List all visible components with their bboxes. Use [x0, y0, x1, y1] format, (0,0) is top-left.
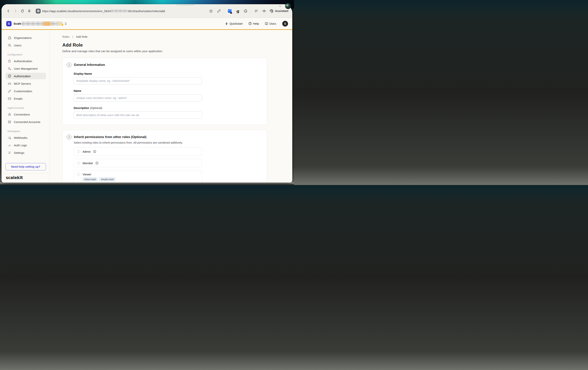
step-row-1: 1 General Information — [67, 63, 267, 67]
copy-link-icon[interactable] — [216, 8, 221, 14]
toolbar-separator — [224, 9, 224, 13]
bookmark-star-icon[interactable] — [208, 8, 214, 14]
site-globe-icon[interactable] — [36, 9, 41, 13]
organizations-icon — [8, 36, 11, 40]
display-name-label: Display Name — [74, 72, 202, 75]
app-body: Organizations Users Configuration Authen… — [1, 30, 292, 183]
reload-button[interactable] — [20, 8, 25, 14]
sidebar-item-mcp-servers[interactable]: MCP Servers — [5, 80, 46, 87]
sidebar-item-users[interactable]: Users — [5, 42, 46, 49]
role-option-admin[interactable]: Admin — [74, 147, 202, 156]
member-info-icon[interactable] — [95, 162, 98, 165]
scalekit-logo: S — [6, 21, 11, 26]
display-name-input[interactable] — [74, 77, 202, 84]
webhook-icon — [8, 136, 11, 140]
lightning-icon — [225, 22, 228, 25]
quickstart-label: Quickstart — [230, 22, 243, 25]
extensions-puzzle-icon[interactable] — [243, 8, 248, 14]
nav-buttons — [6, 8, 41, 14]
breadcrumb-current: Add Role — [76, 35, 88, 38]
toolbar-separator — [251, 9, 251, 13]
sidebar-item-authentication[interactable]: Authentication — [5, 58, 46, 64]
chevron-up-down-icon — [64, 22, 67, 25]
sidebar-item-user-management[interactable]: User Management — [5, 65, 46, 72]
sidebar-item-emails[interactable]: Emails — [5, 95, 46, 102]
viewer-label: Viewer — [83, 173, 91, 176]
description-optional-suffix: (Optional) — [90, 107, 102, 109]
window-chevron-down-icon[interactable] — [278, 4, 282, 8]
reading-list-icon[interactable] — [254, 8, 259, 14]
description-field-group: Description (Optional) — [74, 107, 202, 119]
robot-icon — [8, 82, 11, 86]
assistant-label: Assistant — [275, 9, 288, 13]
voice-waveform-icon[interactable] — [262, 8, 267, 14]
password-extension-icon[interactable] — [227, 8, 233, 14]
titlebar-controls — [278, 3, 291, 9]
shield-check-icon — [8, 74, 11, 78]
admin-label: Admin — [83, 150, 91, 153]
url-bar[interactable]: https://app.scalekit.cloud/ws/environmen… — [42, 9, 165, 13]
forward-button[interactable] — [13, 8, 18, 14]
sidebar-item-label: Webhooks — [14, 136, 28, 139]
help-label: Help — [253, 22, 259, 25]
name-field-group: Name — [74, 89, 202, 101]
admin-radio[interactable] — [77, 150, 80, 153]
display-name-field-group: Display Name — [74, 72, 202, 84]
bar-chart-icon — [8, 143, 11, 147]
browser-window: https://app.scalekit.cloud/ws/environmen… — [1, 4, 292, 183]
stacked-servers-icon — [8, 120, 11, 124]
description-label: Description (Optional) — [74, 107, 202, 109]
sidebar-item-connected-accounts[interactable]: Connected Accounts — [5, 119, 46, 125]
sidebar-item-label: Connected Accounts — [14, 120, 40, 124]
step-number-1: 1 — [67, 63, 71, 67]
app-header: S Scale Quickstart Help Docs S — [1, 18, 292, 30]
page-title: Add Role — [62, 42, 292, 48]
envelope-icon — [8, 97, 11, 100]
sidebar-item-label: Users — [14, 44, 21, 47]
general-information-card: 1 General Information Display Name Name — [62, 58, 267, 125]
role-option-viewer[interactable]: Viewer inbox:read emails:read — [74, 170, 202, 183]
url-prefix: https://app.scalekit.cloud/ws/environmen… — [42, 10, 111, 13]
user-gear-icon — [8, 67, 11, 70]
header-actions: Quickstart Help Docs S — [225, 21, 288, 27]
breadcrumb: Roles Add Role — [62, 35, 292, 38]
inherit-permissions-card: 2 Inherit permissions from other roles (… — [62, 130, 267, 183]
microphone-icon[interactable] — [27, 8, 32, 14]
sidebar-item-label: User Management — [14, 67, 38, 70]
sidebar-item-settings[interactable]: Settings — [5, 149, 46, 156]
quickstart-button[interactable]: Quickstart — [225, 22, 243, 25]
workspace-name-redacted — [22, 22, 63, 26]
tab-drag-handle[interactable] — [176, 5, 194, 5]
toolbar-right-cluster: g Assistant — [208, 8, 288, 14]
breadcrumb-chevron-icon — [71, 35, 74, 38]
back-button[interactable] — [6, 8, 11, 14]
sidebar-section-configuration: Configuration — [8, 53, 46, 56]
workspace-switcher[interactable]: Scale — [13, 22, 67, 26]
viewer-radio[interactable] — [77, 173, 80, 176]
sidebar-item-label: Settings — [14, 151, 24, 154]
need-help-button[interactable]: Need help setting up? — [5, 163, 46, 170]
sidebar-item-authorization[interactable]: Authorization — [5, 73, 46, 79]
help-button[interactable]: Help — [248, 22, 259, 25]
role-option-member[interactable]: Member — [74, 159, 202, 167]
assistant-button[interactable]: Assistant — [269, 9, 288, 13]
sidebar-item-customization[interactable]: Customization — [5, 88, 46, 94]
browser-profile-avatar[interactable] — [285, 3, 291, 9]
docs-button[interactable]: Docs — [265, 22, 276, 25]
sidebar-item-organizations[interactable]: Organizations — [5, 34, 46, 41]
url-suffix: 0610/authorization/roles/add — [128, 10, 165, 13]
sidebar-item-auth-logs[interactable]: Auth Logs — [5, 142, 46, 148]
grammarly-extension-icon[interactable]: g — [235, 8, 241, 14]
breadcrumb-roles-link[interactable]: Roles — [62, 35, 69, 38]
sidebar-item-label: Customization — [14, 89, 32, 93]
permission-tag: inbox:read — [83, 177, 97, 182]
member-radio[interactable] — [77, 162, 80, 165]
name-input[interactable] — [74, 94, 202, 101]
help-circle-icon — [248, 22, 252, 25]
sidebar-item-label: Auth Logs — [14, 144, 27, 147]
sidebar-item-webhooks[interactable]: Webhooks — [5, 134, 46, 141]
sidebar-item-connections[interactable]: Connections — [5, 111, 46, 118]
admin-info-icon[interactable] — [93, 150, 96, 153]
description-input[interactable] — [74, 111, 202, 119]
user-avatar[interactable]: S — [282, 21, 288, 27]
